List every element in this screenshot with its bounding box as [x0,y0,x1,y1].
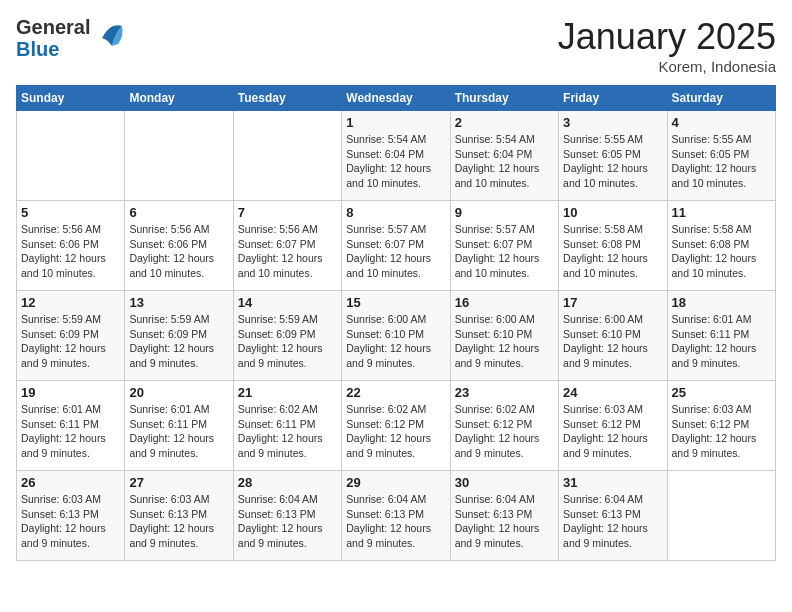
day-number: 31 [563,475,662,490]
weekday-header-thursday: Thursday [450,86,558,111]
calendar-day-20: 20Sunrise: 6:01 AMSunset: 6:11 PMDayligh… [125,381,233,471]
calendar-day-25: 25Sunrise: 6:03 AMSunset: 6:12 PMDayligh… [667,381,775,471]
day-number: 5 [21,205,120,220]
weekday-header-row: SundayMondayTuesdayWednesdayThursdayFrid… [17,86,776,111]
day-number: 6 [129,205,228,220]
day-number: 4 [672,115,771,130]
calendar-week-row: 26Sunrise: 6:03 AMSunset: 6:13 PMDayligh… [17,471,776,561]
day-number: 11 [672,205,771,220]
day-info: Sunrise: 6:01 AMSunset: 6:11 PMDaylight:… [129,402,228,461]
calendar-day-empty [125,111,233,201]
day-info: Sunrise: 5:54 AMSunset: 6:04 PMDaylight:… [455,132,554,191]
day-info: Sunrise: 6:04 AMSunset: 6:13 PMDaylight:… [238,492,337,551]
day-number: 25 [672,385,771,400]
day-number: 10 [563,205,662,220]
calendar-day-13: 13Sunrise: 5:59 AMSunset: 6:09 PMDayligh… [125,291,233,381]
day-info: Sunrise: 6:03 AMSunset: 6:13 PMDaylight:… [21,492,120,551]
day-info: Sunrise: 5:59 AMSunset: 6:09 PMDaylight:… [21,312,120,371]
day-info: Sunrise: 5:59 AMSunset: 6:09 PMDaylight:… [129,312,228,371]
day-number: 16 [455,295,554,310]
calendar-day-22: 22Sunrise: 6:02 AMSunset: 6:12 PMDayligh… [342,381,450,471]
page-header: General Blue January 2025 Korem, Indones… [16,16,776,75]
calendar-subtitle: Korem, Indonesia [558,58,776,75]
calendar-day-30: 30Sunrise: 6:04 AMSunset: 6:13 PMDayligh… [450,471,558,561]
day-number: 28 [238,475,337,490]
day-number: 21 [238,385,337,400]
calendar-day-6: 6Sunrise: 5:56 AMSunset: 6:06 PMDaylight… [125,201,233,291]
logo-blue: Blue [16,38,59,60]
calendar-day-8: 8Sunrise: 5:57 AMSunset: 6:07 PMDaylight… [342,201,450,291]
day-number: 2 [455,115,554,130]
calendar-day-17: 17Sunrise: 6:00 AMSunset: 6:10 PMDayligh… [559,291,667,381]
day-info: Sunrise: 5:55 AMSunset: 6:05 PMDaylight:… [672,132,771,191]
day-number: 15 [346,295,445,310]
day-number: 8 [346,205,445,220]
calendar-day-empty [233,111,341,201]
day-number: 30 [455,475,554,490]
calendar-week-row: 1Sunrise: 5:54 AMSunset: 6:04 PMDaylight… [17,111,776,201]
calendar-day-3: 3Sunrise: 5:55 AMSunset: 6:05 PMDaylight… [559,111,667,201]
day-info: Sunrise: 6:03 AMSunset: 6:13 PMDaylight:… [129,492,228,551]
day-info: Sunrise: 5:58 AMSunset: 6:08 PMDaylight:… [672,222,771,281]
day-number: 23 [455,385,554,400]
calendar-week-row: 12Sunrise: 5:59 AMSunset: 6:09 PMDayligh… [17,291,776,381]
day-info: Sunrise: 6:00 AMSunset: 6:10 PMDaylight:… [455,312,554,371]
day-number: 27 [129,475,228,490]
day-number: 13 [129,295,228,310]
calendar-day-empty [17,111,125,201]
calendar-week-row: 19Sunrise: 6:01 AMSunset: 6:11 PMDayligh… [17,381,776,471]
day-number: 22 [346,385,445,400]
day-info: Sunrise: 6:00 AMSunset: 6:10 PMDaylight:… [563,312,662,371]
day-info: Sunrise: 6:00 AMSunset: 6:10 PMDaylight:… [346,312,445,371]
weekday-header-saturday: Saturday [667,86,775,111]
day-number: 17 [563,295,662,310]
day-info: Sunrise: 5:59 AMSunset: 6:09 PMDaylight:… [238,312,337,371]
weekday-header-wednesday: Wednesday [342,86,450,111]
day-info: Sunrise: 5:57 AMSunset: 6:07 PMDaylight:… [346,222,445,281]
calendar-day-28: 28Sunrise: 6:04 AMSunset: 6:13 PMDayligh… [233,471,341,561]
day-info: Sunrise: 6:03 AMSunset: 6:12 PMDaylight:… [672,402,771,461]
day-info: Sunrise: 6:02 AMSunset: 6:11 PMDaylight:… [238,402,337,461]
day-info: Sunrise: 5:56 AMSunset: 6:06 PMDaylight:… [21,222,120,281]
weekday-header-monday: Monday [125,86,233,111]
calendar-day-4: 4Sunrise: 5:55 AMSunset: 6:05 PMDaylight… [667,111,775,201]
day-number: 19 [21,385,120,400]
calendar-day-23: 23Sunrise: 6:02 AMSunset: 6:12 PMDayligh… [450,381,558,471]
day-number: 24 [563,385,662,400]
calendar-table: SundayMondayTuesdayWednesdayThursdayFrid… [16,85,776,561]
day-info: Sunrise: 6:02 AMSunset: 6:12 PMDaylight:… [455,402,554,461]
calendar-day-14: 14Sunrise: 5:59 AMSunset: 6:09 PMDayligh… [233,291,341,381]
calendar-day-5: 5Sunrise: 5:56 AMSunset: 6:06 PMDaylight… [17,201,125,291]
day-info: Sunrise: 5:56 AMSunset: 6:06 PMDaylight:… [129,222,228,281]
calendar-day-24: 24Sunrise: 6:03 AMSunset: 6:12 PMDayligh… [559,381,667,471]
calendar-day-7: 7Sunrise: 5:56 AMSunset: 6:07 PMDaylight… [233,201,341,291]
day-number: 9 [455,205,554,220]
day-info: Sunrise: 6:04 AMSunset: 6:13 PMDaylight:… [455,492,554,551]
calendar-day-2: 2Sunrise: 5:54 AMSunset: 6:04 PMDaylight… [450,111,558,201]
calendar-day-31: 31Sunrise: 6:04 AMSunset: 6:13 PMDayligh… [559,471,667,561]
calendar-day-21: 21Sunrise: 6:02 AMSunset: 6:11 PMDayligh… [233,381,341,471]
day-number: 20 [129,385,228,400]
day-info: Sunrise: 5:54 AMSunset: 6:04 PMDaylight:… [346,132,445,191]
logo-general: General [16,16,90,38]
day-info: Sunrise: 6:01 AMSunset: 6:11 PMDaylight:… [21,402,120,461]
logo-icon [94,18,126,50]
day-number: 12 [21,295,120,310]
day-info: Sunrise: 6:04 AMSunset: 6:13 PMDaylight:… [563,492,662,551]
day-info: Sunrise: 5:55 AMSunset: 6:05 PMDaylight:… [563,132,662,191]
day-number: 14 [238,295,337,310]
day-number: 1 [346,115,445,130]
calendar-day-10: 10Sunrise: 5:58 AMSunset: 6:08 PMDayligh… [559,201,667,291]
calendar-day-16: 16Sunrise: 6:00 AMSunset: 6:10 PMDayligh… [450,291,558,381]
weekday-header-friday: Friday [559,86,667,111]
calendar-day-empty [667,471,775,561]
day-number: 26 [21,475,120,490]
calendar-day-12: 12Sunrise: 5:59 AMSunset: 6:09 PMDayligh… [17,291,125,381]
day-info: Sunrise: 6:04 AMSunset: 6:13 PMDaylight:… [346,492,445,551]
calendar-day-9: 9Sunrise: 5:57 AMSunset: 6:07 PMDaylight… [450,201,558,291]
day-info: Sunrise: 5:58 AMSunset: 6:08 PMDaylight:… [563,222,662,281]
calendar-day-27: 27Sunrise: 6:03 AMSunset: 6:13 PMDayligh… [125,471,233,561]
weekday-header-tuesday: Tuesday [233,86,341,111]
day-info: Sunrise: 5:56 AMSunset: 6:07 PMDaylight:… [238,222,337,281]
calendar-day-11: 11Sunrise: 5:58 AMSunset: 6:08 PMDayligh… [667,201,775,291]
